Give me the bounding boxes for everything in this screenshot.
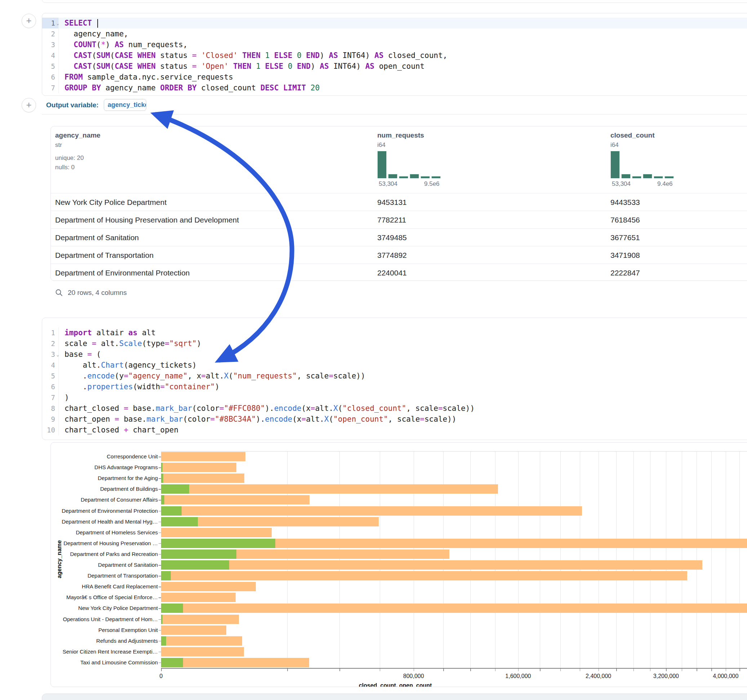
bar-open: [161, 571, 171, 581]
sql-line[interactable]: 3 COUNT(*) AS num_requests,: [42, 39, 747, 50]
python-line[interactable]: 6 .properties(width="container"): [42, 381, 747, 392]
table-row[interactable]: Department of Transportation377489234719…: [51, 246, 747, 264]
y-axis-category-label: New York City Police Department: [51, 605, 158, 611]
y-axis-tick: [159, 489, 161, 490]
histogram-bar: [399, 176, 408, 178]
y-axis-category-label: Department of Housing Preservation …: [51, 540, 158, 546]
gridline: [580, 451, 580, 668]
y-axis-tick: [159, 619, 161, 620]
python-cell[interactable]: 1import altair as alt2scale = alt.Scale(…: [42, 318, 747, 440]
y-axis-tick: [159, 500, 161, 501]
python-line[interactable]: 5 .encode(y="agency_name", x=alt.X("num_…: [42, 371, 747, 381]
python-line[interactable]: 7): [42, 392, 747, 403]
x-axis-tick: [726, 669, 726, 671]
x-axis-tick: [580, 669, 581, 671]
python-line[interactable]: 8chart_closed = base.mark_bar(color="#FF…: [42, 403, 747, 414]
table-row[interactable]: Department of Sanitation37494853677651: [51, 228, 747, 246]
sql-line[interactable]: 4 CAST(SUM(CASE WHEN status = 'Closed' T…: [42, 50, 747, 61]
x-axis-tick: [470, 669, 471, 671]
x-axis-title: closed_count, open_count: [359, 682, 432, 687]
bar-closed: [161, 626, 226, 635]
histogram-bar: [621, 174, 631, 178]
bar-closed: [161, 658, 309, 667]
search-icon[interactable]: [55, 288, 64, 297]
x-axis-tick-label: 800,000: [403, 673, 424, 679]
bar-open: [161, 463, 163, 472]
bar-closed: [161, 603, 747, 613]
table-row[interactable]: Department of Housing Preservation and D…: [51, 211, 747, 228]
code-text: base = (: [59, 349, 747, 360]
table-row[interactable]: Department of Environmental Protection22…: [51, 264, 747, 281]
python-line[interactable]: 4 alt.Chart(agency_tickets): [42, 360, 747, 371]
x-axis-tick-label: 4,000,000: [713, 673, 738, 679]
column-histogram: [377, 150, 441, 178]
column-type: str: [55, 142, 62, 149]
sql-line[interactable]: 1⌄SELECT: [42, 18, 747, 29]
python-line[interactable]: 10chart_closed + chart_open: [42, 424, 747, 435]
sql-line[interactable]: 6FROM sample_data.nyc.service_requests: [42, 72, 747, 83]
line-number: 1: [42, 327, 59, 338]
y-axis-category-label: Department of Health and Mental Hyg…: [51, 519, 158, 525]
gridline: [380, 451, 380, 668]
table-footer: 20 rows, 4 columns: [55, 287, 127, 298]
table-cell: New York City Police Department: [55, 193, 166, 211]
table-row[interactable]: New York City Police Department945313194…: [51, 193, 747, 211]
x-axis-tick: [650, 669, 651, 671]
histogram-bar: [654, 176, 663, 178]
next-cell-edge: [42, 694, 747, 700]
table-cell: 3677651: [611, 229, 640, 246]
y-axis-tick: [159, 597, 161, 598]
y-axis-category-label: Operations Unit - Department of Hom…: [51, 616, 158, 622]
table-cell: 3749485: [377, 229, 407, 246]
x-axis-tick: [339, 669, 340, 671]
gridline: [650, 451, 650, 668]
output-variable-row: Output variable: agency_tickets: [42, 96, 747, 115]
output-variable-input[interactable]: agency_tickets: [104, 99, 146, 111]
sql-line[interactable]: 2 agency_name,: [42, 29, 747, 39]
python-line[interactable]: 9chart_open = base.mark_bar(color="#8BC3…: [42, 414, 747, 424]
x-axis-tick: [666, 669, 667, 671]
bar-open: [161, 474, 163, 483]
bar-open: [161, 495, 164, 504]
gridline: [682, 451, 682, 668]
bar-closed: [161, 615, 239, 624]
table-cell: 2240041: [377, 264, 407, 281]
y-axis-category-label: Department of Environmental Protection: [51, 508, 158, 514]
y-axis-tick: [159, 565, 161, 566]
add-cell-button[interactable]: +: [22, 98, 36, 112]
bar-open: [161, 517, 198, 527]
bar-open: [161, 658, 183, 667]
fold-chevron-icon[interactable]: ⌄: [57, 349, 59, 360]
sql-line[interactable]: 7GROUP BY agency_name ORDER BY closed_co…: [42, 83, 747, 93]
table-cell: 9453131: [377, 193, 407, 211]
y-axis-category-label: Department for the Aging: [51, 475, 158, 481]
line-number: 8: [42, 403, 59, 414]
add-cell-button[interactable]: +: [22, 14, 36, 28]
histogram-min-label: 53,304: [379, 180, 398, 188]
column-header[interactable]: num_requests: [377, 131, 424, 139]
code-text: .properties(width="container"): [59, 381, 747, 392]
y-axis-tick: [159, 652, 161, 652]
sql-line[interactable]: 5 CAST(SUM(CASE WHEN status = 'Open' THE…: [42, 61, 747, 72]
gridline: [739, 451, 740, 668]
code-text: import altair as alt: [59, 327, 747, 338]
column-header[interactable]: closed_count: [611, 131, 655, 139]
column-header[interactable]: agency_name: [55, 131, 101, 139]
gridline: [339, 451, 340, 668]
y-axis-category-label: Personal Exemption Unit: [51, 627, 158, 633]
python-line[interactable]: 1import altair as alt: [42, 327, 747, 338]
previous-cell-edge: [42, 0, 747, 3]
sql-cell[interactable]: 1⌄SELECT 2 agency_name,3 COUNT(*) AS num…: [42, 13, 747, 96]
line-number: 2: [42, 29, 59, 39]
code-text: scale = alt.Scale(type="sqrt"): [59, 338, 747, 349]
fold-chevron-icon[interactable]: ⌄: [57, 18, 59, 29]
altair-chart: 0800,0001,600,0002,400,0003,200,0004,000…: [50, 442, 747, 687]
gridline: [711, 451, 712, 668]
line-number: 5: [42, 371, 59, 381]
code-text: .encode(y="agency_name", x=alt.X("num_re…: [59, 371, 747, 381]
python-line[interactable]: 2scale = alt.Scale(type="sqrt"): [42, 338, 747, 349]
python-line[interactable]: 3⌄base = (: [42, 349, 747, 360]
x-axis-tick: [380, 669, 381, 671]
column-stat: unique: 20: [55, 154, 83, 162]
table-cell: Department of Environmental Protection: [55, 264, 190, 281]
